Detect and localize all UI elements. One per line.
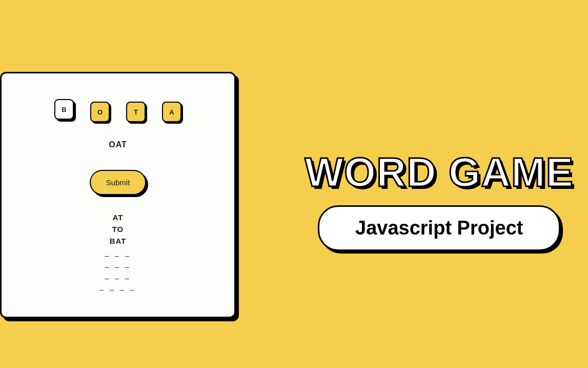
blank-word-slot: _ _ _ (105, 260, 131, 268)
blank-word-slot: _ _ _ (105, 271, 131, 279)
subtitle-box: Javascript Project (318, 205, 560, 251)
found-word: BAT (110, 237, 127, 245)
letter-tile-o[interactable]: O (90, 102, 110, 122)
letter-tile-t[interactable]: T (126, 102, 146, 122)
title-section: WORD GAME Javascript Project (305, 149, 574, 251)
current-word-display: OAT (109, 140, 127, 149)
found-word: TO (112, 225, 124, 234)
letter-tile-row: B O T A (54, 102, 181, 122)
found-word: AT (113, 213, 124, 222)
blank-word-slot: _ _ _ _ (100, 282, 136, 290)
letter-tile-a[interactable]: A (162, 102, 181, 122)
main-title: WORD GAME (305, 149, 574, 196)
blank-word-slot: _ _ _ (105, 248, 131, 257)
subtitle-text: Javascript Project (355, 217, 523, 239)
letter-tile-selected[interactable]: B (54, 99, 74, 120)
word-list: AT TO BAT _ _ _ _ _ _ _ _ _ _ _ _ _ (100, 213, 136, 290)
submit-button[interactable]: Submit (90, 170, 147, 195)
game-panel: B O T A OAT Submit AT TO BAT _ _ _ _ _ _… (0, 72, 236, 318)
